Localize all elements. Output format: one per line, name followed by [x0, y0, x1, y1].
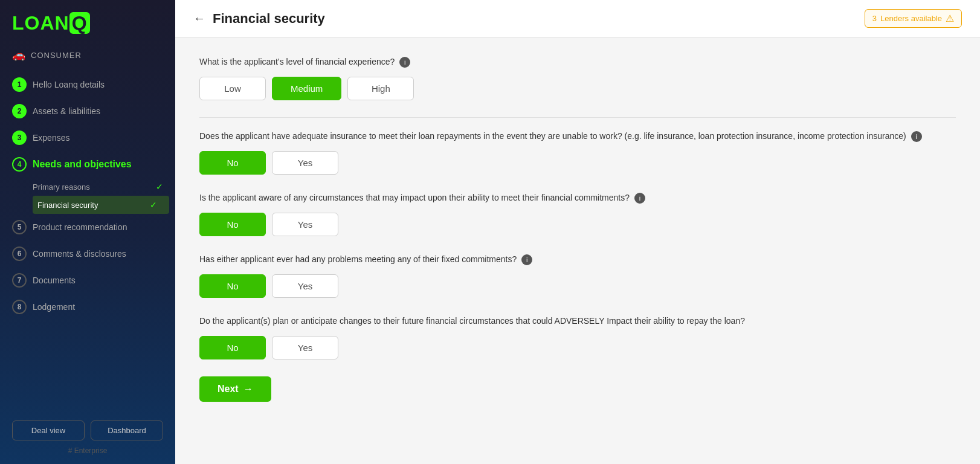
q5-option-no[interactable]: No [199, 336, 266, 359]
info-icon-4[interactable]: i [521, 254, 532, 265]
divider-1 [199, 117, 956, 118]
sidebar-nav: 1 Hello Loanq details 2 Assets & liabili… [0, 71, 175, 411]
sidebar-item-hello[interactable]: 1 Hello Loanq details [0, 71, 175, 98]
sidebar-item-documents[interactable]: 7 Documents [0, 267, 175, 294]
q3-option-yes[interactable]: Yes [272, 213, 338, 236]
question-text-4: Has either applicant ever had any proble… [199, 253, 956, 266]
options-row-1: Low Medium High [199, 77, 956, 100]
lenders-count: 3 [872, 14, 877, 23]
info-icon-3[interactable]: i [634, 193, 645, 204]
q1-option-medium[interactable]: Medium [272, 77, 341, 100]
question-block-5: Do the applicant(s) plan or anticipate c… [199, 315, 956, 359]
sidebar-item-assets[interactable]: 2 Assets & liabilities [0, 98, 175, 124]
consumer-label: 🚗 CONSUMER [0, 44, 175, 71]
options-row-2: No Yes [199, 151, 956, 175]
question-text-5: Do the applicant(s) plan or anticipate c… [199, 315, 956, 327]
deal-view-button[interactable]: Deal view [12, 420, 85, 440]
page-title-area: ← Financial security [193, 11, 325, 27]
question-text-2: Does the applicant have adequate insuran… [199, 130, 956, 143]
form-area: What is the applicant's level of financi… [175, 37, 980, 464]
question-block-1: What is the applicant's level of financi… [199, 56, 956, 100]
info-icon-2[interactable]: i [911, 131, 922, 142]
next-btn-label: Next [218, 384, 239, 395]
enterprise-label: # Enterprise [12, 446, 163, 455]
question-block-4: Has either applicant ever had any proble… [199, 253, 956, 298]
page-title: Financial security [213, 11, 325, 27]
nav-num-1: 1 [12, 77, 27, 92]
q2-option-yes[interactable]: Yes [272, 151, 338, 175]
options-row-3: No Yes [199, 213, 956, 236]
sidebar-item-comments[interactable]: 6 Comments & disclosures [0, 240, 175, 267]
logo-area: LOANQ [0, 0, 175, 44]
question-block-2: Does the applicant have adequate insuran… [199, 130, 956, 175]
q1-option-high[interactable]: High [347, 77, 414, 100]
warning-icon: ⚠ [946, 13, 954, 24]
q2-option-no[interactable]: No [199, 151, 266, 175]
sidebar-item-expenses[interactable]: 3 Expenses [0, 124, 175, 151]
sub-nav-financial-security[interactable]: Financial security ✓ [33, 196, 169, 214]
main-content: ← Financial security 3 Lenders available… [175, 0, 980, 464]
nav-num-8: 8 [12, 300, 27, 314]
lenders-text: Lenders available [880, 14, 942, 23]
nav-num-3: 3 [12, 130, 27, 145]
sidebar-item-lodgement[interactable]: 8 Lodgement [0, 294, 175, 320]
sidebar-bottom: Deal view Dashboard # Enterprise [0, 411, 175, 464]
back-arrow[interactable]: ← [193, 11, 205, 25]
sub-nav-primary-reasons[interactable]: Primary reasons ✓ [33, 178, 175, 196]
lenders-badge: 3 Lenders available ⚠ [865, 9, 962, 28]
q3-option-no[interactable]: No [199, 213, 266, 236]
logo-q: Q [69, 12, 90, 34]
arrow-right-icon: → [243, 384, 253, 395]
nav-num-7: 7 [12, 273, 27, 288]
next-button[interactable]: Next → [199, 376, 271, 402]
check-financial: ✓ [150, 200, 157, 210]
options-row-4: No Yes [199, 274, 956, 298]
options-row-5: No Yes [199, 336, 956, 359]
q4-option-yes[interactable]: Yes [272, 274, 338, 298]
car-icon: 🚗 [12, 48, 26, 62]
logo: LOANQ [12, 12, 90, 34]
nav-num-4: 4 [12, 157, 27, 172]
q1-option-low[interactable]: Low [199, 77, 266, 100]
check-primary: ✓ [156, 182, 163, 192]
top-bar: ← Financial security 3 Lenders available… [175, 0, 980, 37]
sidebar-item-needs[interactable]: 4 Needs and objectives [0, 151, 175, 178]
q4-option-no[interactable]: No [199, 274, 266, 298]
nav-num-6: 6 [12, 246, 27, 261]
sub-nav: Primary reasons ✓ Financial security ✓ [0, 178, 175, 214]
question-text-1: What is the applicant's level of financi… [199, 56, 956, 68]
sidebar: LOANQ 🚗 CONSUMER 1 Hello Loanq details 2… [0, 0, 175, 464]
question-block-3: Is the applicant aware of any circumstan… [199, 192, 956, 236]
dashboard-button[interactable]: Dashboard [91, 420, 163, 440]
nav-num-5: 5 [12, 220, 27, 234]
nav-num-2: 2 [12, 104, 27, 118]
q5-option-yes[interactable]: Yes [272, 336, 338, 359]
info-icon-1[interactable]: i [399, 57, 410, 68]
sidebar-item-product[interactable]: 5 Product recommendation [0, 214, 175, 240]
question-text-3: Is the applicant aware of any circumstan… [199, 192, 956, 204]
bottom-buttons: Deal view Dashboard [12, 420, 163, 440]
